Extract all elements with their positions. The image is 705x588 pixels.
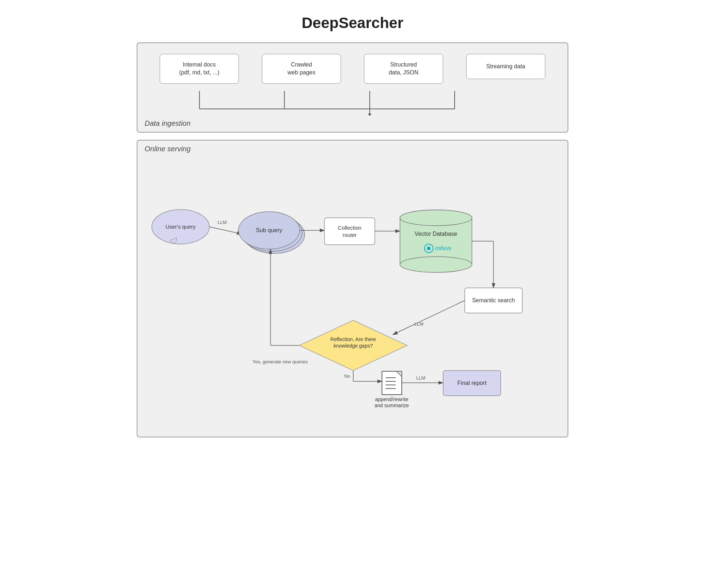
svg-point-27: [427, 247, 431, 250]
page-title: DeepSearcher: [302, 14, 404, 32]
svg-text:Reflection. Are there: Reflection. Are there: [331, 336, 376, 342]
svg-text:Collection: Collection: [338, 225, 361, 231]
svg-point-23: [400, 257, 472, 272]
svg-point-24: [400, 210, 472, 226]
svg-line-33: [393, 300, 465, 335]
data-ingestion-section: Internal docs(pdf, md, txt, ...) Crawled…: [137, 42, 568, 133]
svg-rect-44: [382, 371, 402, 395]
online-serving-section: Online serving User's query LLM Sub quer…: [137, 140, 568, 437]
online-serving-label: Online serving: [145, 145, 191, 153]
svg-text:User's query: User's query: [165, 224, 196, 230]
data-sources: Internal docs(pdf, md, txt, ...) Crawled…: [148, 54, 557, 84]
ingestion-connectors: [148, 91, 557, 116]
flow-diagram: User's query LLM Sub query Collection ro…: [148, 162, 558, 421]
data-ingestion-label: Data ingestion: [145, 119, 191, 128]
svg-text:knowledge gaps?: knowledge gaps?: [334, 343, 373, 349]
user-query-node: User's query: [152, 210, 209, 244]
svg-marker-6: [368, 114, 372, 116]
svg-text:Sub query: Sub query: [256, 227, 282, 233]
svg-text:Yes, generate new queries: Yes, generate new queries: [253, 359, 308, 364]
svg-text:LLM: LLM: [218, 220, 227, 225]
svg-text:LLM: LLM: [416, 375, 425, 381]
svg-text:milvus: milvus: [435, 245, 451, 251]
svg-text:Vector Database: Vector Database: [415, 231, 457, 237]
svg-text:Semantic search: Semantic search: [472, 297, 515, 303]
svg-text:No: No: [344, 373, 350, 379]
source-structured-data: Structureddata, JSON: [364, 54, 443, 84]
svg-text:append/rewrite: append/rewrite: [375, 396, 409, 402]
svg-text:Final report: Final report: [458, 380, 487, 386]
source-streaming-data: Streaming data: [466, 54, 545, 79]
source-internal-docs: Internal docs(pdf, md, txt, ...): [160, 54, 239, 84]
diagram-wrapper: Internal docs(pdf, md, txt, ...) Crawled…: [137, 42, 568, 437]
svg-text:LLM: LLM: [414, 321, 423, 327]
svg-rect-17: [324, 218, 375, 245]
svg-text:and summarize: and summarize: [374, 403, 409, 408]
svg-line-10: [209, 227, 242, 234]
svg-text:router: router: [342, 232, 356, 238]
source-crawled-web: Crawledweb pages: [262, 54, 341, 84]
